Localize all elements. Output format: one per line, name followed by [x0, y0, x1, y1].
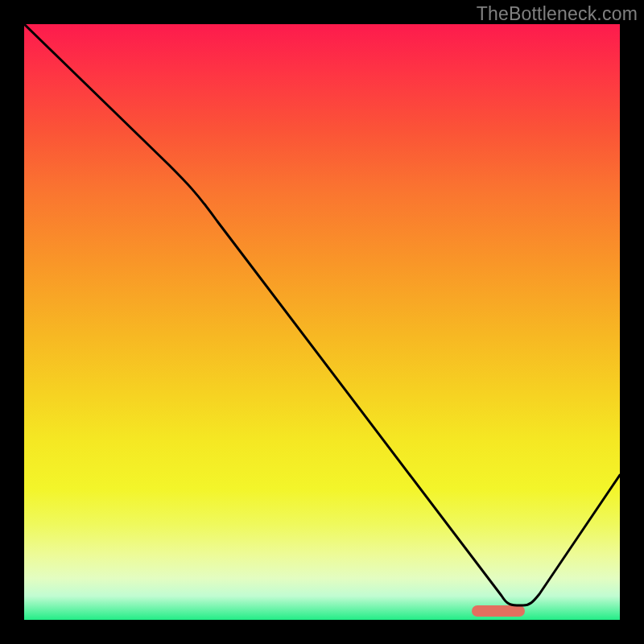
brand-watermark: TheBottleneck.com — [477, 3, 638, 25]
curve-path — [24, 24, 620, 605]
bottleneck-curve — [24, 24, 620, 620]
chart-frame: TheBottleneck.com — [0, 0, 644, 644]
plot-area — [24, 24, 620, 620]
